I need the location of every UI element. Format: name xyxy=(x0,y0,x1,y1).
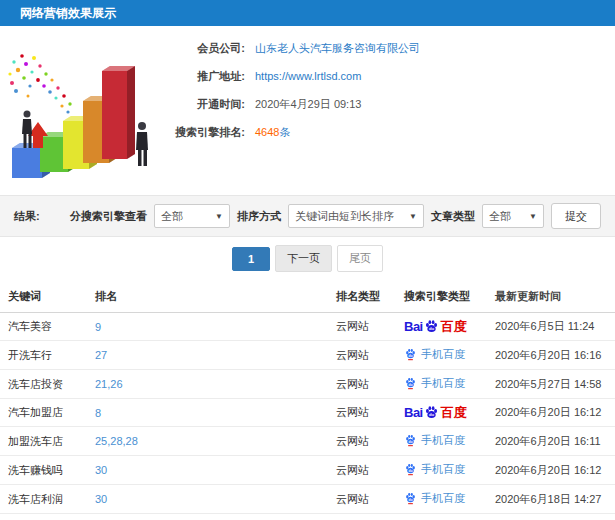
bar-red xyxy=(102,66,135,159)
title-bar: 网络营销效果展示 xyxy=(0,0,615,26)
table-row: 汽车加盟店 8 云网站 Bai du 百度 2020年6月20日 16:12 xyxy=(0,399,615,427)
update-time-cell: 2020年6月20日 16:11 xyxy=(491,427,615,456)
update-time-cell: 2020年6月20日 16:12 xyxy=(491,399,615,427)
svg-text:du: du xyxy=(408,354,412,358)
rank-type-cell: 云网站 xyxy=(336,485,396,514)
next-page-button[interactable]: 下一页 xyxy=(275,245,332,272)
keyword-cell: 汽车美容 xyxy=(0,313,88,341)
rank-type-cell: 云网站 xyxy=(336,456,396,485)
result-label: 结果: xyxy=(14,209,40,224)
sort-select-value: 关键词由短到长排序 xyxy=(295,209,394,224)
update-time-cell: 2020年6月20日 16:16 xyxy=(491,341,615,370)
baidu-mobile-logo: du 手机百度 xyxy=(404,376,465,391)
rank-type-cell: 云网站 xyxy=(336,514,396,520)
filter-controls: 分搜索引擎查看 全部 ▼ 排序方式 关键词由短到长排序 ▼ 文章类型 全部 ▼ … xyxy=(70,203,601,229)
open-time-label: 开通时间: xyxy=(148,97,245,112)
article-type-select[interactable]: 全部 ▼ xyxy=(482,204,544,228)
rank-cell: 25,28,28 xyxy=(88,427,336,456)
baidu-mobile-logo: du 手机百度 xyxy=(404,433,465,448)
page-title: 网络营销效果展示 xyxy=(20,5,116,22)
update-time-cell: 2020年6月20日 16:12 xyxy=(491,456,615,485)
svg-text:du: du xyxy=(408,469,412,473)
baidu-paw-icon: du xyxy=(424,405,439,420)
rank-cell: 30 xyxy=(88,485,336,514)
sort-select[interactable]: 关键词由短到长排序 ▼ xyxy=(288,204,424,228)
baidu-mobile-logo: du 手机百度 xyxy=(404,462,465,477)
baidu-mobile-logo: du 手机百度 xyxy=(404,491,465,506)
submit-button[interactable]: 提交 xyxy=(551,203,601,229)
engine-select[interactable]: 全部 ▼ xyxy=(154,204,230,228)
rank-type-cell: 云网站 xyxy=(336,399,396,427)
header-rank-type: 排名类型 xyxy=(336,280,396,313)
baidu-pc-logo: Bai du 百度 xyxy=(404,319,467,334)
rank-type-cell: 云网站 xyxy=(336,313,396,341)
keyword-cell: 洗车店投资 xyxy=(0,370,88,399)
table-header-row: 关键词 排名 排名类型 搜索引擎类型 最新更新时间 xyxy=(0,280,615,313)
info-row-url: 推广地址: https://www.lrtlsd.com xyxy=(148,62,420,90)
svg-text:du: du xyxy=(408,383,412,387)
chevron-down-icon: ▼ xyxy=(409,212,417,221)
baidu-paw-icon: du xyxy=(404,377,417,390)
rank-link[interactable]: 27 xyxy=(95,349,107,361)
rank-cell: 30 xyxy=(88,456,336,485)
table-row: 洗车店投资 21,26 云网站 du 手机百度 2020年5月27日 14 xyxy=(0,370,615,399)
engine-cell: du 手机百度 xyxy=(396,427,491,456)
header-engine-type: 搜索引擎类型 xyxy=(396,280,491,313)
rank-link[interactable]: 8 xyxy=(95,407,101,419)
keyword-cell: 加盟洗车店 xyxy=(0,427,88,456)
engine-cell: du 手机百度 xyxy=(396,370,491,399)
rank-type-cell: 云网站 xyxy=(336,370,396,399)
header-update-time: 最新更新时间 xyxy=(491,280,615,313)
page-1-button[interactable]: 1 xyxy=(232,247,270,271)
rank-link[interactable]: 30 xyxy=(95,464,107,476)
table-body: 汽车美容 9 云网站 Bai du 百度 2020年6月5日 11:24 xyxy=(0,313,615,520)
keyword-cell: 洗车赚钱吗 xyxy=(0,456,88,485)
engine-cell: Bai du 百度 xyxy=(396,514,491,520)
table-row: 洗车店加盟 3 云网站 Bai du 百度 2020年6月18日 14:30 xyxy=(0,514,615,520)
mobile-baidu-label: 手机百度 xyxy=(421,462,465,477)
chevron-down-icon: ▼ xyxy=(215,212,223,221)
rank-cell: 21,26 xyxy=(88,370,336,399)
mobile-baidu-label: 手机百度 xyxy=(421,376,465,391)
rank-link[interactable]: 25,28,28 xyxy=(95,435,138,447)
last-page-button[interactable]: 尾页 xyxy=(337,245,383,272)
engine-cell: Bai du 百度 xyxy=(396,399,491,427)
sort-filter-label: 排序方式 xyxy=(237,209,281,224)
rank-count-unit: 条 xyxy=(279,126,290,138)
engine-cell: du 手机百度 xyxy=(396,485,491,514)
rank-link[interactable]: 30 xyxy=(95,493,107,505)
pagination: 1 下一页 尾页 xyxy=(0,237,615,280)
rank-count-value: 4648条 xyxy=(255,125,290,140)
company-label: 会员公司: xyxy=(148,41,245,56)
svg-text:du: du xyxy=(429,326,435,331)
businessman-left xyxy=(22,111,32,149)
rank-type-cell: 云网站 xyxy=(336,427,396,456)
promo-url-link[interactable]: https://www.lrtlsd.com xyxy=(255,70,361,82)
info-row-company: 会员公司: 山东老人头汽车服务咨询有限公司 xyxy=(148,34,420,62)
update-time-cell: 2020年6月18日 14:30 xyxy=(491,514,615,520)
top-section: 会员公司: 山东老人头汽车服务咨询有限公司 推广地址: https://www.… xyxy=(0,26,615,195)
baidu-paw-icon: du xyxy=(404,492,417,505)
company-link[interactable]: 山东老人头汽车服务咨询有限公司 xyxy=(255,41,420,56)
growth-chart-illustration xyxy=(2,28,170,193)
engine-cell: du 手机百度 xyxy=(396,341,491,370)
rank-cell: 27 xyxy=(88,341,336,370)
confetti-dots xyxy=(8,54,71,113)
engine-select-value: 全部 xyxy=(161,209,183,224)
rank-cell: 9 xyxy=(88,313,336,341)
member-info-panel: 会员公司: 山东老人头汽车服务咨询有限公司 推广地址: https://www.… xyxy=(148,34,420,146)
table-row: 开洗车行 27 云网站 du 手机百度 2020年6月20日 16:16 xyxy=(0,341,615,370)
svg-text:du: du xyxy=(408,498,412,502)
rank-count-label: 搜索引擎排名: xyxy=(148,125,245,140)
svg-text:du: du xyxy=(408,440,412,444)
keyword-cell: 洗车店利润 xyxy=(0,485,88,514)
article-type-select-value: 全部 xyxy=(489,209,511,224)
rank-link[interactable]: 21,26 xyxy=(95,378,123,390)
baidu-paw-icon: du xyxy=(404,463,417,476)
businessman-right xyxy=(136,122,148,166)
svg-text:du: du xyxy=(429,412,435,417)
baidu-pc-logo: Bai du 百度 xyxy=(404,405,467,420)
keyword-cell: 开洗车行 xyxy=(0,341,88,370)
baidu-paw-icon: du xyxy=(424,319,439,334)
rank-link[interactable]: 9 xyxy=(95,321,101,333)
